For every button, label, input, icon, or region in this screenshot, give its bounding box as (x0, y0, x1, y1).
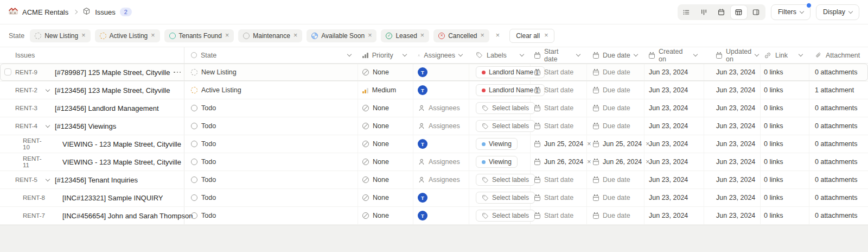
column-header-created-on[interactable]: Created on (644, 47, 704, 63)
labels-cell[interactable]: Select labels (469, 99, 531, 117)
priority-cell[interactable]: None (358, 117, 413, 135)
label-pill[interactable]: Viewing (476, 138, 518, 150)
chip-close-icon[interactable] (420, 32, 424, 39)
select-labels-pill[interactable]: Select labels (476, 192, 535, 204)
state-cell[interactable]: Todo (184, 135, 358, 153)
assignees-placeholder[interactable]: Assignees (418, 176, 460, 184)
table-row[interactable]: RENT-10VIEWING - 123 Maple Street, Cityv… (0, 135, 868, 153)
view-calendar-button[interactable] (713, 5, 730, 19)
start-date-cell[interactable]: Start date (531, 99, 587, 117)
attachment-cell[interactable]: 0 attachments (809, 64, 868, 81)
attachment-cell[interactable]: 0 attachments (809, 135, 868, 153)
table-row[interactable]: RENT-2[#123456] 123 Maple Street, Cityvi… (0, 81, 868, 99)
label-pill[interactable]: Viewing (476, 156, 518, 168)
issue-title[interactable]: [INC#123321] Sample INQUIRY (62, 194, 163, 202)
start-date-cell[interactable]: Start date (531, 81, 587, 99)
column-header-labels[interactable]: Labels (469, 47, 531, 63)
link-cell[interactable]: 0 links (761, 64, 809, 81)
link-cell[interactable]: 0 links (761, 207, 809, 224)
labels-cell[interactable]: Select labels (469, 171, 531, 188)
labels-cell[interactable]: Viewing (469, 135, 531, 153)
assignee-cell[interactable]: Assignees (413, 117, 469, 135)
filter-chip-available-soon[interactable]: Available Soon (307, 29, 376, 42)
state-cell[interactable]: Todo (184, 117, 358, 135)
select-labels-pill[interactable]: Select labels (476, 174, 535, 186)
view-list-button[interactable] (679, 5, 695, 19)
due-date-cell[interactable]: Due date (587, 64, 644, 81)
table-row[interactable]: RENT-7[INC#456654] John and Sarah Thomps… (0, 207, 868, 225)
column-header-updated-on[interactable]: Updated on (704, 47, 761, 63)
column-header-attachment[interactable]: Attachment (809, 47, 868, 63)
start-date-cell[interactable]: Jun 26, 2024 (531, 153, 587, 171)
priority-cell[interactable]: None (358, 171, 413, 188)
link-cell[interactable]: 0 links (761, 189, 809, 206)
avatar[interactable]: T (418, 85, 427, 95)
column-header-start-date[interactable]: Start date (531, 47, 587, 63)
labels-cell[interactable]: Landlord Name 1 (469, 81, 531, 99)
assignees-placeholder[interactable]: Assignees (418, 122, 460, 130)
chip-close-icon[interactable] (151, 32, 155, 39)
issue-title[interactable]: [#789987] 125 Maple Street, Cityville (55, 68, 170, 77)
assignee-cell[interactable]: T (413, 135, 469, 153)
state-cell[interactable]: Todo (184, 189, 358, 206)
chip-close-icon[interactable] (368, 32, 372, 39)
state-cell[interactable]: Todo (184, 171, 358, 188)
table-row[interactable]: RENT-5[#123456] Tenant Inquiries Todo No… (0, 171, 868, 189)
avatar[interactable]: T (418, 211, 427, 220)
chip-close-icon[interactable] (225, 32, 229, 39)
link-cell[interactable]: 0 links (761, 153, 809, 171)
start-date-cell[interactable]: Start date (531, 117, 587, 135)
column-header-state[interactable]: State (184, 47, 358, 63)
state-cell[interactable]: New Listing (184, 64, 358, 81)
start-date-cell[interactable]: Start date (531, 189, 587, 206)
table-row[interactable]: RENT-3[#123456] Landlord Management Todo… (0, 99, 868, 117)
filters-button[interactable]: Filters (771, 4, 810, 20)
priority-cell[interactable]: None (358, 189, 413, 206)
issue-title[interactable]: VIEWING - 123 Maple Street, Cityville (62, 158, 181, 166)
assignees-placeholder[interactable]: Assignees (418, 158, 460, 166)
display-button[interactable]: Display (816, 4, 859, 20)
start-date-cell[interactable]: Start date (531, 171, 587, 188)
table-row[interactable]: RENT-4[#123456] Viewings Todo None Assig… (0, 117, 868, 135)
avatar[interactable]: T (418, 139, 427, 149)
assignee-cell[interactable]: T (413, 189, 469, 206)
issue-title[interactable]: [INC#456654] John and Sarah Thompson (62, 212, 193, 220)
filter-chip-new-listing[interactable]: New Listing (30, 29, 90, 42)
link-cell[interactable]: 0 links (761, 171, 809, 188)
start-date-cell[interactable]: Jun 25, 2024 (531, 135, 587, 153)
view-grid-button[interactable] (731, 5, 747, 19)
avatar[interactable]: T (418, 67, 427, 77)
attachment-cell[interactable]: 0 attachments (809, 171, 868, 188)
assignee-cell[interactable]: T (413, 81, 469, 99)
breadcrumb-page[interactable]: Issues (95, 8, 116, 16)
assignees-placeholder[interactable]: Assignees (418, 104, 460, 112)
attachment-cell[interactable]: 1 attachment (809, 81, 868, 99)
column-header-due-date[interactable]: Due date (587, 47, 644, 63)
labels-cell[interactable]: Landlord Name 1 (469, 64, 531, 81)
due-date-cell[interactable]: Due date (587, 189, 644, 206)
due-date-cell[interactable]: Due date (587, 81, 644, 99)
assignee-cell[interactable]: T (413, 64, 469, 81)
state-cell[interactable]: Todo (184, 207, 358, 224)
priority-cell[interactable]: None (358, 153, 413, 171)
due-date-cell[interactable]: Due date (587, 171, 644, 188)
filter-chip-tenants-found[interactable]: Tenants Found (164, 29, 234, 42)
column-header-priority[interactable]: Priority (358, 47, 413, 63)
expand-chevron-icon[interactable] (45, 87, 49, 92)
priority-cell[interactable]: None (358, 64, 413, 81)
avatar[interactable]: T (418, 193, 427, 203)
assignee-cell[interactable]: Assignees (413, 99, 469, 117)
select-labels-pill[interactable]: Select labels (476, 210, 535, 222)
start-date-cell[interactable]: Start date (531, 64, 587, 81)
assignee-cell[interactable]: Assignees (413, 153, 469, 171)
state-cell[interactable]: Todo (184, 99, 358, 117)
filter-chip-leased[interactable]: Leased (381, 29, 429, 42)
attachment-cell[interactable]: 0 attachments (809, 153, 868, 171)
assignee-cell[interactable]: T (413, 207, 469, 224)
table-row[interactable]: RENT-8[INC#123321] Sample INQUIRY Todo N… (0, 189, 868, 207)
column-header-link[interactable]: Link (761, 47, 809, 63)
attachment-cell[interactable]: 0 attachments (809, 207, 868, 224)
issue-title[interactable]: [#123456] 123 Maple Street, Cityville (55, 86, 170, 94)
attachment-cell[interactable]: 0 attachments (809, 99, 868, 117)
attachment-cell[interactable]: 0 attachments (809, 117, 868, 135)
